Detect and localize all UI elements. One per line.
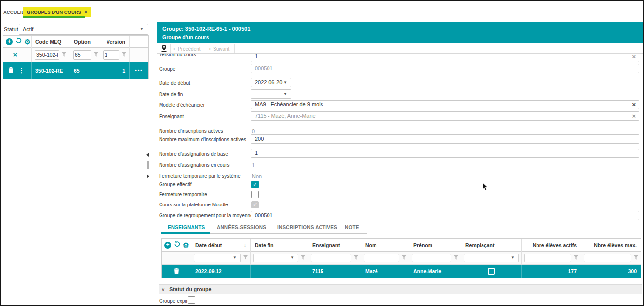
modele-echeancier-input[interactable]: MA9 - Échéancier de 9 mois×	[251, 100, 639, 109]
col-enseignant[interactable]: Enseignant	[308, 239, 361, 252]
tab-annees-sessions[interactable]: ANNÉES-SESSIONS	[217, 225, 266, 230]
filter-enseignant[interactable]	[311, 254, 351, 262]
splitter-collapse-left-icon[interactable]	[146, 153, 149, 157]
field-label: Nombre d'inscriptions actives	[159, 128, 223, 134]
field-label: Fermeture temporaire par le système	[159, 173, 241, 179]
teacher-row[interactable]: 2022-09-12 7115 Mazé Anne-Marie 177 300	[162, 265, 641, 278]
clear-icon[interactable]: ×	[632, 54, 636, 61]
gear-icon[interactable]: ⚙	[24, 38, 31, 45]
filter-funnel-icon[interactable]	[301, 255, 305, 261]
col-option[interactable]: Option	[70, 36, 100, 48]
tab-enseignants[interactable]: ENSEIGNANTS	[168, 225, 205, 230]
filter-nbre-actifs[interactable]	[524, 254, 571, 262]
grid-selected-row[interactable]: ⋮ 350-102-RE 65 1 •••	[3, 62, 148, 79]
filter-prenom[interactable]	[412, 254, 451, 262]
sort-desc-icon[interactable]: ↓	[244, 239, 246, 252]
col-remplacant[interactable]: Remplaçant	[461, 239, 522, 252]
filter-date-debut[interactable]: ▼	[194, 254, 241, 262]
splitter-handle[interactable]	[147, 161, 149, 169]
close-tab-icon[interactable]: ×	[84, 9, 87, 15]
chevron-down-icon: ▼	[140, 24, 144, 34]
teachers-grid: + ⚙ Date début↓ Date fin Enseignant Nom …	[161, 238, 641, 278]
pin-drop-icon[interactable]	[161, 44, 167, 55]
filter-option[interactable]	[73, 50, 91, 60]
tab-inscriptions-actives[interactable]: INSCRIPTIONS ACTIVES	[277, 225, 337, 230]
clear-icon[interactable]: ×	[632, 101, 636, 109]
add-icon[interactable]: +	[164, 242, 171, 249]
col-prenom[interactable]: Prénom	[409, 239, 461, 252]
chevron-down-icon: ▼	[283, 78, 287, 87]
statut-select[interactable]: Actif▼	[19, 24, 148, 35]
groupe-expire-checkbox[interactable]	[188, 296, 195, 304]
fermeture-temporaire-checkbox[interactable]	[251, 191, 259, 198]
filter-funnel-icon[interactable]	[574, 255, 578, 261]
filter-date-fin[interactable]: ▼	[253, 254, 298, 262]
statut-groupe-section[interactable]: ∨ Statut du groupe	[159, 284, 642, 294]
version-cours-input[interactable]: 1×	[251, 54, 639, 62]
field-label: Enseignant	[159, 114, 184, 119]
refresh-icon[interactable]	[15, 36, 22, 48]
detail-header: Groupe: 350-102-RE-65-1 - 000501 Groupe …	[157, 22, 644, 43]
next-label: Suivant	[213, 46, 229, 51]
filter-version[interactable]	[103, 50, 119, 60]
tab-accueil-label: ACCUEIL	[3, 9, 24, 15]
col-nbre-eleves-max[interactable]: Nbre élèves max.	[581, 239, 641, 252]
top-tab-bar: ACCUEIL GROUPES D'UN COURS×	[1, 6, 643, 17]
previous-label: Précédent	[178, 46, 201, 51]
col-code-meq[interactable]: Code MEQ	[32, 36, 70, 48]
date-fin-select[interactable]: ▼	[251, 89, 291, 99]
field-label: Version du cours	[159, 54, 196, 57]
filter-remplacant[interactable]: ▼	[464, 254, 519, 262]
filter-funnel-icon[interactable]	[354, 255, 358, 261]
delete-icon[interactable]	[8, 67, 14, 74]
date-debut-select[interactable]: 2022-06-20▼	[251, 78, 291, 87]
tab-accueil[interactable]: ACCUEIL	[3, 7, 24, 17]
collapse-bar[interactable]: ▲	[1, 1, 643, 6]
groupe-effectif-checkbox[interactable]: ✓	[251, 181, 259, 188]
filter-nom[interactable]	[364, 254, 399, 262]
filter-funnel-icon[interactable]	[634, 255, 638, 261]
teachers-filter-row: ▼ ▼ ▼	[162, 252, 641, 265]
field-label: Nombre maximum d'inscriptions actives	[159, 137, 246, 142]
delete-icon[interactable]	[174, 268, 179, 275]
filter-funnel-icon[interactable]	[402, 255, 406, 261]
clear-icon[interactable]: ×	[632, 112, 636, 120]
groupe-input[interactable]: 000501	[251, 64, 639, 73]
add-icon[interactable]: +	[6, 38, 13, 45]
groupe-regroupement-input[interactable]: 000501	[251, 211, 639, 220]
detail-subtitle: Groupe d'un cours	[162, 34, 644, 40]
enseignant-input[interactable]: 7115 - Mazé, Anne-Marie×	[251, 111, 639, 121]
filter-code-meq[interactable]	[35, 50, 59, 60]
next-button[interactable]: ›Suivant	[209, 43, 229, 54]
field-label: Groupe de regroupement pour la moyenne	[159, 213, 253, 218]
nb-inscriptions-value: 0	[252, 128, 255, 134]
clear-filters-icon[interactable]: ×	[6, 51, 31, 59]
field-label: Groupe	[159, 66, 175, 72]
col-date-debut[interactable]: Date début↓	[191, 239, 251, 252]
nb-assignations-base-input[interactable]: 1	[251, 149, 639, 158]
kebab-menu-icon[interactable]: ⋮	[18, 67, 25, 74]
col-version[interactable]: Version	[100, 36, 130, 48]
filter-funnel-icon[interactable]	[243, 255, 248, 261]
filter-funnel-icon[interactable]	[454, 255, 458, 261]
col-nom[interactable]: Nom	[361, 239, 409, 252]
gear-icon[interactable]: ⚙	[183, 242, 189, 249]
filter-funnel-icon[interactable]	[94, 52, 98, 58]
row-more-button[interactable]: •••	[135, 68, 143, 73]
nb-max-inscriptions-input[interactable]: 200	[251, 134, 639, 144]
col-date-fin[interactable]: Date fin	[251, 239, 308, 252]
groupe-expire-label: Groupe expiré	[159, 298, 190, 304]
chevron-down-icon: ▼	[511, 254, 515, 262]
statut-label: Statut	[4, 26, 18, 32]
previous-button[interactable]: ‹Précédent	[173, 43, 201, 54]
filter-funnel-icon[interactable]	[122, 52, 126, 58]
filter-nbre-max[interactable]	[584, 254, 631, 262]
refresh-icon[interactable]	[174, 239, 180, 252]
splitter-collapse-right-icon[interactable]	[147, 174, 149, 178]
tab-note[interactable]: NOTE	[345, 225, 359, 230]
field-label: Groupe effectif	[159, 182, 191, 187]
col-nbre-eleves-actifs[interactable]: Nbre élèves actifs	[522, 239, 581, 252]
remplacant-checkbox[interactable]	[488, 268, 495, 275]
tab-groupes-dun-cours[interactable]: GROUPES D'UN COURS×	[23, 7, 91, 17]
filter-funnel-icon[interactable]	[62, 52, 66, 58]
